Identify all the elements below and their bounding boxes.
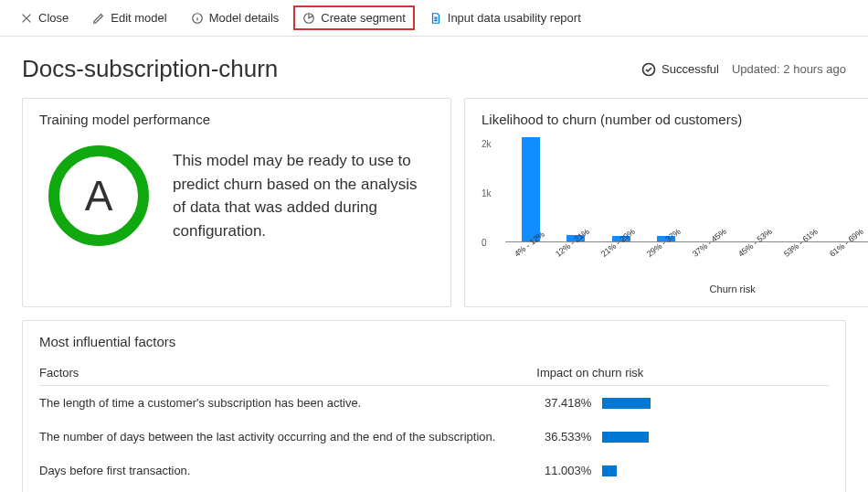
churn-likelihood-card: Likelihood to churn (number od customers… <box>464 98 868 307</box>
impact-cell: 36.533% <box>536 430 829 444</box>
segment-icon <box>302 12 315 25</box>
perf-card-title: Training model performance <box>39 112 434 127</box>
status-text: Successful <box>662 62 719 76</box>
x-label-col: 45% - 53% <box>733 248 777 262</box>
factor-label: The length of time a customer's subscrip… <box>39 396 536 410</box>
impact-bar-wrap <box>602 432 730 443</box>
status-area: Successful Updated: 2 hours ago <box>641 62 846 77</box>
bar <box>522 137 540 241</box>
updated-text: Updated: 2 hours ago <box>732 62 846 76</box>
factors-head: Factors Impact on churn risk <box>39 360 829 386</box>
table-row: The number of days between the last acti… <box>39 420 829 454</box>
col-head-impact: Impact on churn risk <box>536 366 829 380</box>
x-label-col: 21% - 29% <box>596 248 640 262</box>
usability-report-label: Input data usability report <box>448 11 581 25</box>
perf-body: A This model may be ready to use to pred… <box>39 138 434 262</box>
table-row: Days before first transaction.11.003% <box>39 454 829 487</box>
grade-ring: A <box>48 145 149 246</box>
impact-bar <box>602 465 616 476</box>
create-segment-label: Create segment <box>321 11 406 25</box>
impact-bar-wrap <box>602 465 730 476</box>
training-performance-card: Training model performance A This model … <box>22 98 451 307</box>
impact-cell: 37.418% <box>536 396 829 410</box>
impact-percent: 36.533% <box>536 430 591 444</box>
model-details-button[interactable]: Model details <box>182 5 289 30</box>
impact-bar-wrap <box>602 398 730 409</box>
header-row: Docs-subscription-churn Successful Updat… <box>0 37 868 91</box>
churn-chart: 2k 1k 0 4% - 12%12% - 21%21% - 29%29% - … <box>482 138 868 294</box>
toolbar: Close Edit model Model details Create se… <box>0 0 868 37</box>
cards-row: Training model performance A This model … <box>0 91 868 307</box>
y-tick-1k: 1k <box>482 188 492 198</box>
y-tick-0: 0 <box>482 238 487 248</box>
churn-card-title: Likelihood to churn (number od customers… <box>482 112 868 127</box>
factor-label: The number of days between the last acti… <box>39 430 536 444</box>
x-label-col: 61% - 69% <box>824 248 868 262</box>
info-icon <box>191 12 204 25</box>
impact-bar <box>602 398 650 409</box>
status-badge: Successful <box>641 62 719 77</box>
edit-model-button[interactable]: Edit model <box>83 5 175 30</box>
x-label-col: 53% - 61% <box>778 248 822 262</box>
col-head-factor: Factors <box>39 366 536 380</box>
bar-col <box>509 137 553 241</box>
checkmark-circle-icon <box>641 62 656 77</box>
factors-card: Most influential factors Factors Impact … <box>22 320 846 492</box>
pencil-icon <box>92 12 105 25</box>
perf-description: This model may be ready to use to predic… <box>173 149 419 242</box>
impact-bar <box>602 432 649 443</box>
x-label-col: 4% - 12% <box>509 248 548 262</box>
impact-cell: 11.003% <box>536 464 829 477</box>
close-label: Close <box>38 11 69 25</box>
factors-title: Most influential factors <box>39 334 829 349</box>
create-segment-button[interactable]: Create segment <box>293 5 415 30</box>
y-tick-2k: 2k <box>482 139 492 149</box>
model-details-label: Model details <box>209 11 280 25</box>
impact-percent: 37.418% <box>536 396 591 410</box>
impact-percent: 11.003% <box>536 464 591 477</box>
x-axis-title: Churn risk <box>505 283 868 294</box>
x-label-col: 12% - 21% <box>550 248 594 262</box>
x-labels: 4% - 12%12% - 21%21% - 29%29% - 37%37% -… <box>505 248 868 262</box>
usability-report-button[interactable]: Input data usability report <box>420 5 590 30</box>
x-label-col: 37% - 45% <box>687 248 731 262</box>
document-icon <box>429 12 442 25</box>
page-title: Docs-subscription-churn <box>22 55 278 83</box>
table-row: The length of time a customer's subscrip… <box>39 386 829 420</box>
edit-model-label: Edit model <box>111 11 166 25</box>
close-icon <box>20 12 33 25</box>
factor-label: Days before first transaction. <box>39 464 536 477</box>
grade-letter: A <box>85 171 113 220</box>
factors-table: Factors Impact on churn risk The length … <box>39 360 829 487</box>
x-label-col: 29% - 37% <box>641 248 685 262</box>
close-button[interactable]: Close <box>11 5 78 30</box>
